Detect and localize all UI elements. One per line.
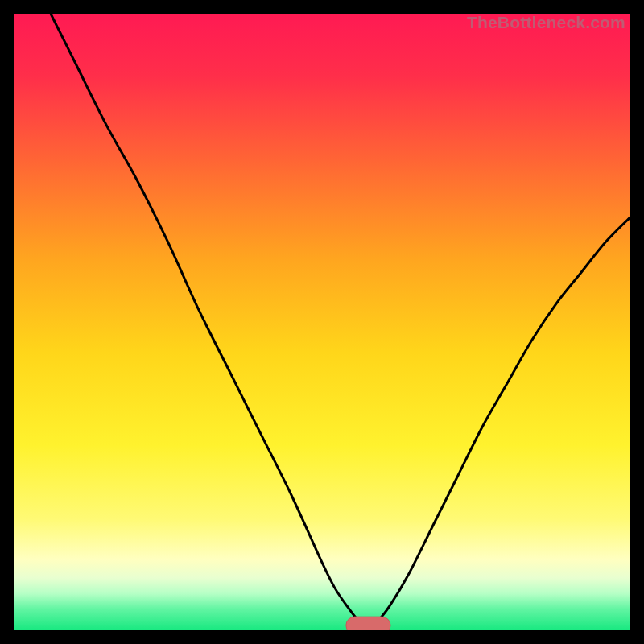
chart-frame: TheBottleneck.com [14, 14, 630, 630]
gradient-background [14, 14, 630, 630]
optimum-marker [346, 617, 390, 630]
bottleneck-chart [14, 14, 630, 630]
watermark-label: TheBottleneck.com [467, 13, 625, 32]
